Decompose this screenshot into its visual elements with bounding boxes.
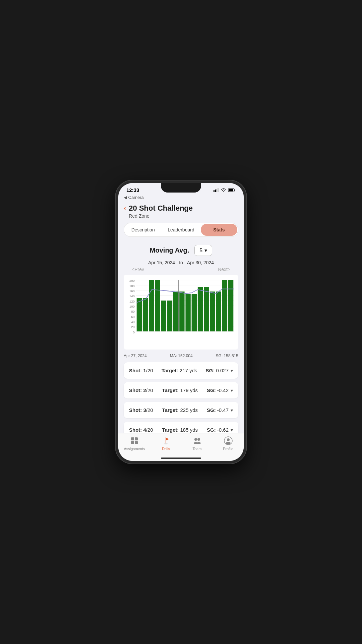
- svg-text:0: 0: [133, 330, 135, 334]
- shot-sg-col-3: SG: -0.47 ▾: [207, 407, 233, 413]
- home-indicator: [118, 456, 244, 461]
- svg-rect-34: [167, 301, 172, 331]
- date-to: Apr 30, 2024: [187, 260, 214, 265]
- nav-item-assignments[interactable]: Assignments: [124, 436, 145, 451]
- bar-chart: 200 180 160 140 120 100 80 60 40 20 0: [126, 277, 236, 348]
- svg-rect-30: [143, 298, 148, 332]
- nav-label-team: Team: [192, 447, 201, 451]
- svg-text:20: 20: [131, 325, 135, 329]
- shot-target-1: Target: 217 yds: [162, 368, 197, 373]
- svg-rect-5: [235, 189, 235, 191]
- next-button[interactable]: Next>: [218, 267, 230, 272]
- svg-rect-42: [216, 292, 221, 332]
- svg-rect-3: [218, 188, 219, 192]
- svg-point-54: [197, 438, 200, 441]
- moving-avg-chevron: ▾: [204, 247, 207, 254]
- chart-info-row: Apr 27, 2024 MA: 152.004 SG: 158.515: [118, 352, 244, 362]
- nav-item-team[interactable]: Team: [187, 436, 207, 451]
- svg-rect-35: [173, 292, 178, 332]
- svg-text:60: 60: [131, 315, 135, 319]
- nav-item-drills[interactable]: Drills: [156, 436, 176, 451]
- svg-text:140: 140: [129, 294, 135, 298]
- svg-rect-48: [131, 441, 134, 444]
- svg-rect-0: [214, 190, 215, 192]
- prev-button[interactable]: <Prev: [132, 267, 144, 272]
- shot-sg-col-2: SG: -0.42 ▾: [207, 387, 233, 393]
- signal-icon: [214, 188, 219, 192]
- svg-marker-51: [166, 438, 169, 440]
- shot-sg-col-1: SG: 0.027 ▾: [206, 368, 233, 373]
- svg-rect-29: [137, 298, 142, 332]
- svg-rect-43: [222, 280, 227, 331]
- svg-point-52: [164, 443, 168, 444]
- home-bar: [161, 458, 201, 459]
- svg-rect-31: [149, 280, 154, 331]
- tab-leaderboard[interactable]: Leaderboard: [163, 224, 199, 236]
- sg-value: SG: 158.515: [216, 354, 238, 358]
- svg-point-59: [226, 442, 231, 444]
- svg-text:200: 200: [129, 279, 135, 283]
- shot-target-2: Target: 179 yds: [162, 387, 198, 393]
- svg-rect-2: [216, 189, 217, 192]
- svg-rect-39: [198, 287, 203, 331]
- shot-card-3[interactable]: Shot: 3/20 Target: 225 yds SG: -0.47 ▾: [124, 402, 238, 418]
- header: ‹ 20 Shot Challenge Red Zone: [118, 203, 244, 223]
- svg-text:180: 180: [129, 284, 135, 288]
- shot-sg-3: SG: -0.47: [207, 407, 229, 413]
- chevron-down-icon-4: ▾: [231, 427, 233, 433]
- shot-target-3: Target: 225 yds: [162, 407, 198, 413]
- shot-card-2[interactable]: Shot: 2/20 Target: 179 yds SG: -0.42 ▾: [124, 382, 238, 398]
- tabs: Description Leaderboard Stats: [124, 223, 238, 237]
- wifi-icon: [221, 188, 226, 192]
- shot-number-1: Shot: 1/20: [129, 368, 153, 373]
- svg-rect-41: [210, 292, 215, 332]
- svg-text:100: 100: [129, 305, 135, 309]
- assignments-icon: [130, 436, 139, 445]
- svg-point-56: [197, 442, 201, 444]
- selected-date: Apr 27, 2024: [124, 354, 147, 358]
- svg-rect-47: [135, 437, 138, 440]
- content-scroll[interactable]: Moving Avg. 5 ▾ Apr 15, 2024 to Apr 30, …: [118, 241, 244, 433]
- svg-rect-37: [185, 294, 190, 331]
- battery-icon: [228, 188, 236, 192]
- svg-text:80: 80: [131, 310, 135, 314]
- moving-avg-row: Moving Avg. 5 ▾: [118, 241, 244, 259]
- shot-sg-1: SG: 0.027: [206, 368, 229, 373]
- svg-point-53: [194, 438, 197, 441]
- notch: [161, 183, 201, 193]
- page-title: 20 Shot Challenge: [129, 204, 193, 213]
- nav-item-profile[interactable]: Profile: [218, 436, 238, 451]
- camera-row: ◀ Camera: [118, 194, 244, 203]
- phone-screen: 12:33: [118, 183, 244, 461]
- shot-list: Shot: 1/20 Target: 217 yds SG: 0.027 ▾: [118, 362, 244, 433]
- back-button[interactable]: ‹: [124, 204, 126, 212]
- shot-target-4: Target: 185 yds: [162, 427, 198, 433]
- svg-rect-46: [131, 437, 134, 440]
- nav-label-profile: Profile: [223, 447, 233, 451]
- svg-rect-32: [155, 280, 160, 331]
- tab-stats[interactable]: Stats: [201, 224, 237, 236]
- shot-card-1[interactable]: Shot: 1/20 Target: 217 yds SG: 0.027 ▾: [124, 362, 238, 379]
- shot-sg-2: SG: -0.42: [207, 387, 229, 393]
- bottom-nav: Assignments Drills: [118, 433, 244, 456]
- svg-rect-6: [229, 189, 233, 191]
- shot-number-4: Shot: 4/20: [129, 427, 153, 433]
- svg-rect-1: [215, 190, 216, 192]
- tab-description[interactable]: Description: [125, 224, 161, 236]
- nav-label-drills: Drills: [162, 447, 170, 451]
- shot-sg-col-4: SG: -0.62 ▾: [207, 427, 233, 433]
- ma-value: MA: 152.004: [170, 354, 193, 358]
- chevron-down-icon-2: ▾: [231, 388, 233, 393]
- moving-avg-select[interactable]: 5 ▾: [194, 245, 212, 256]
- nav-label-assignments: Assignments: [124, 447, 145, 451]
- svg-rect-49: [135, 441, 138, 444]
- shot-card-4[interactable]: Shot: 4/20 Target: 185 yds SG: -0.62 ▾: [124, 422, 238, 433]
- svg-rect-36: [179, 292, 184, 332]
- chevron-down-icon-1: ▾: [231, 368, 233, 373]
- chart-container: 200 180 160 140 120 100 80 60 40 20 0: [124, 275, 238, 350]
- svg-rect-33: [161, 301, 166, 331]
- profile-icon: [224, 436, 233, 445]
- svg-text:120: 120: [129, 300, 135, 303]
- date-to-word: to: [179, 260, 183, 265]
- status-time: 12:33: [126, 187, 139, 193]
